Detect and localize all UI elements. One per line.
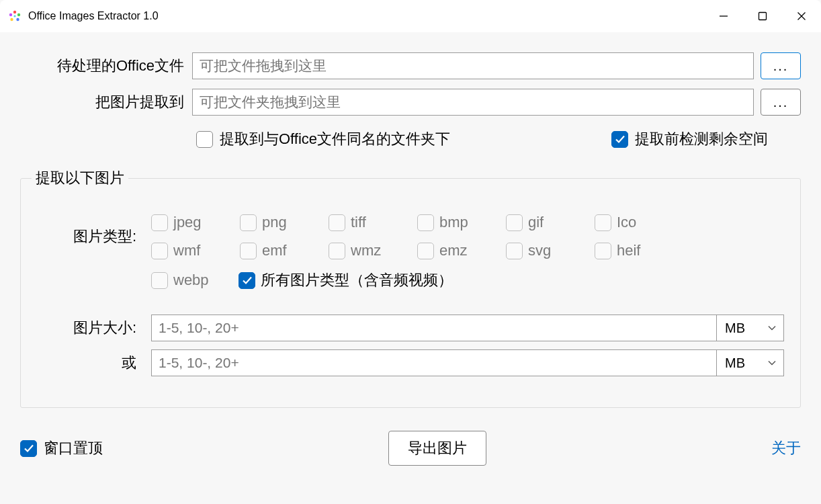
extract-groupbox: 提取以下图片 图片类型: jpegpngtiffbmpgifIcowmfemfw… xyxy=(20,168,801,408)
browse-output-button[interactable]: ... xyxy=(761,89,801,116)
svg-point-5 xyxy=(13,15,15,17)
type-emz-label: emz xyxy=(439,242,468,259)
browse-input-button[interactable]: ... xyxy=(761,52,801,79)
type-gif-label: gif xyxy=(528,214,544,231)
type-svg-label: svg xyxy=(528,242,551,259)
type-bmp-checkbox[interactable] xyxy=(417,214,434,231)
type-wmz-checkbox[interactable] xyxy=(329,243,345,259)
svg-point-0 xyxy=(13,11,16,13)
type-bmp-label: bmp xyxy=(439,214,468,231)
type-jpeg-label: jpeg xyxy=(173,214,202,231)
input-file-label: 待处理的Office文件 xyxy=(20,56,192,76)
image-size-label: 图片大小: xyxy=(37,318,151,338)
size-unit-select-2[interactable]: MB xyxy=(717,349,784,376)
titlebar: Office Images Extractor 1.0 xyxy=(0,0,821,32)
window-title: Office Images Extractor 1.0 xyxy=(28,10,704,22)
main-content: 待处理的Office文件 ... 把图片提取到 ... 提取到与Office文件… xyxy=(0,32,821,504)
type-wmf-label: wmf xyxy=(173,242,200,259)
type-emz-checkbox[interactable] xyxy=(417,243,434,259)
maximize-button[interactable] xyxy=(743,0,782,32)
chevron-down-icon xyxy=(767,323,777,333)
svg-rect-7 xyxy=(759,13,767,20)
app-window: Office Images Extractor 1.0 待处理的Office文件… xyxy=(0,0,821,504)
type-tiff-checkbox[interactable] xyxy=(329,214,345,231)
or-label: 或 xyxy=(37,353,151,373)
svg-point-4 xyxy=(9,13,12,16)
samename-label: 提取到与Office文件同名的文件夹下 xyxy=(220,129,450,149)
minimize-button[interactable] xyxy=(704,0,743,32)
type-webp-checkbox[interactable] xyxy=(151,272,168,289)
checkspace-label: 提取前检测剩余空间 xyxy=(635,129,768,149)
type-ico-label: Ico xyxy=(617,214,636,231)
svg-point-3 xyxy=(10,18,13,21)
size-input-2[interactable] xyxy=(151,349,717,376)
type-png-label: png xyxy=(262,214,287,231)
size-input-1[interactable] xyxy=(151,314,717,341)
type-tiff-label: tiff xyxy=(351,214,366,231)
type-jpeg-checkbox[interactable] xyxy=(151,214,168,231)
groupbox-legend: 提取以下图片 xyxy=(32,168,128,188)
unit-label-1: MB xyxy=(725,321,745,336)
unit-label-2: MB xyxy=(725,355,745,371)
svg-point-2 xyxy=(16,18,19,21)
type-gif-checkbox[interactable] xyxy=(506,214,523,231)
type-emf-checkbox[interactable] xyxy=(240,243,257,259)
samename-checkbox[interactable] xyxy=(196,131,213,148)
output-dir-field[interactable] xyxy=(192,89,754,116)
type-wmf-checkbox[interactable] xyxy=(151,243,168,259)
type-webp-label: webp xyxy=(173,271,209,289)
type-heif-label: heif xyxy=(617,242,640,259)
type-emf-label: emf xyxy=(262,242,287,259)
pin-top-checkbox[interactable] xyxy=(20,440,37,457)
type-heif-checkbox[interactable] xyxy=(595,243,611,259)
app-icon xyxy=(8,9,21,23)
checkspace-checkbox[interactable] xyxy=(611,131,628,148)
output-dir-label: 把图片提取到 xyxy=(20,92,192,112)
size-unit-select-1[interactable]: MB xyxy=(717,314,784,341)
all-types-label: 所有图片类型（含音频视频） xyxy=(261,270,453,290)
svg-point-1 xyxy=(17,13,20,16)
input-file-field[interactable] xyxy=(192,52,754,79)
chevron-down-icon xyxy=(767,358,777,368)
close-button[interactable] xyxy=(782,0,821,32)
image-type-label: 图片类型: xyxy=(37,226,151,247)
type-png-checkbox[interactable] xyxy=(240,214,257,231)
pin-top-label: 窗口置顶 xyxy=(44,438,103,458)
type-svg-checkbox[interactable] xyxy=(506,243,523,259)
type-ico-checkbox[interactable] xyxy=(595,214,611,231)
type-wmz-label: wmz xyxy=(351,242,381,259)
about-link[interactable]: 关于 xyxy=(771,438,801,458)
all-types-checkbox[interactable] xyxy=(239,272,255,289)
export-button[interactable]: 导出图片 xyxy=(388,431,486,466)
